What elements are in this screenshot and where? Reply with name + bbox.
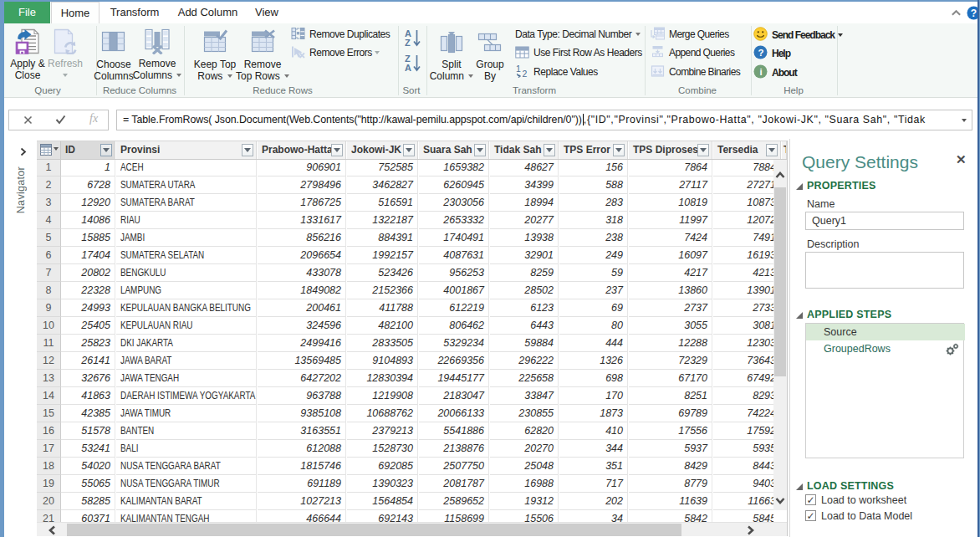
svg-text:2: 2 <box>523 69 528 78</box>
svg-text:1: 1 <box>516 64 521 74</box>
svg-text:A: A <box>405 63 411 73</box>
svg-text:Z: Z <box>405 38 411 48</box>
svg-text:?: ? <box>758 48 763 58</box>
svg-text:?: ? <box>971 8 977 19</box>
